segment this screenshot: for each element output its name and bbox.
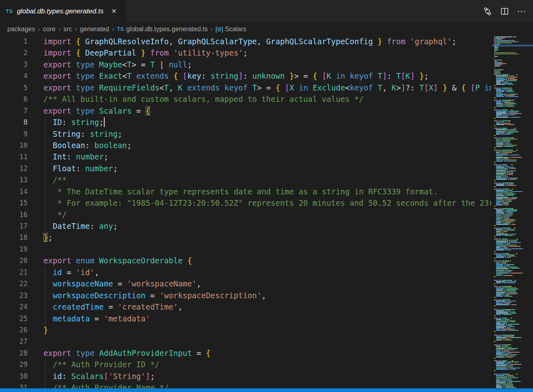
breadcrumb-label: core — [43, 26, 56, 33]
line-number: 26 — [0, 324, 28, 336]
ts-file-icon: TS — [6, 8, 13, 14]
line-number: 30 — [0, 370, 28, 382]
line-number: 13 — [0, 174, 28, 185]
code-line-26[interactable]: 26} — [0, 324, 491, 336]
code-line-22[interactable]: 22 workspaceName = 'workspaceName', — [0, 278, 491, 289]
code-line-30[interactable]: 30 id: Scalars['String']; — [0, 370, 491, 382]
breadcrumb-item-src[interactable]: src — [63, 26, 72, 33]
open-changes-icon[interactable] — [482, 6, 493, 17]
breadcrumb-item-core[interactable]: core — [43, 26, 56, 33]
code-line-7[interactable]: 7export type Scalars = { — [0, 105, 491, 116]
line-number: 11 — [0, 151, 28, 162]
symbol-type-icon: [⊘] — [215, 26, 223, 33]
line-number: 28 — [0, 347, 28, 359]
line-number: 15 — [0, 197, 28, 209]
code-line-17[interactable]: 17 DateTime: any; — [0, 220, 491, 232]
code-line-14[interactable]: 14 * The DateTime scalar type represents… — [0, 186, 491, 197]
line-number: 21 — [0, 267, 28, 278]
line-number: 12 — [0, 163, 28, 174]
breadcrumb-item-global-db-types-generated-ts[interactable]: TSglobal.db.types.generated.ts — [117, 26, 208, 33]
chevron-right-icon: › — [75, 26, 77, 33]
line-number: 3 — [0, 59, 28, 70]
code-line-23[interactable]: 23 workspaceDescription = 'workspaceDesc… — [0, 290, 491, 301]
line-number: 10 — [0, 140, 28, 151]
breadcrumb-label: generated — [80, 26, 109, 33]
code-line-24[interactable]: 24 createdTime = 'createdTime', — [0, 301, 491, 312]
line-number: 18 — [0, 232, 28, 243]
minimap[interactable] — [492, 36, 533, 392]
code-line-11[interactable]: 11 Int: number; — [0, 151, 491, 162]
code-line-9[interactable]: 9 String: string; — [0, 128, 491, 140]
line-number: 23 — [0, 290, 28, 301]
breadcrumb-item-packages[interactable]: packages — [7, 26, 35, 33]
chevron-right-icon: › — [211, 26, 213, 33]
code-line-21[interactable]: 21 id = 'id', — [0, 267, 491, 278]
breadcrumb: packages›core›src›generated›TSglobal.db.… — [0, 22, 533, 36]
code-line-29[interactable]: 29 /** Auth Provider ID */ — [0, 359, 491, 370]
line-number: 8 — [0, 116, 28, 128]
tab-global-db-types-generated-ts[interactable]: TS global.db.types.generated.ts ✕ — [0, 0, 126, 22]
line-number: 20 — [0, 255, 28, 266]
line-number: 5 — [0, 82, 28, 93]
breadcrumb-item-scalars[interactable]: [⊘]Scalars — [215, 26, 246, 33]
editor-area[interactable]: 1import { GraphQLResolveInfo, GraphQLSca… — [0, 36, 491, 392]
split-editor-icon[interactable] — [499, 6, 510, 17]
line-number: 1 — [0, 36, 28, 47]
code-line-5[interactable]: 5export type RequireFields<T, K extends … — [0, 82, 491, 93]
chevron-right-icon: › — [112, 26, 114, 33]
line-number: 29 — [0, 359, 28, 370]
code-line-27[interactable]: 27 — [0, 336, 491, 347]
line-number: 6 — [0, 93, 28, 105]
close-icon[interactable]: ✕ — [110, 6, 118, 16]
line-number: 27 — [0, 336, 28, 347]
code-line-6[interactable]: 6/** All built-in and custom scalars, ma… — [0, 93, 491, 105]
line-number: 17 — [0, 220, 28, 232]
code-line-8[interactable]: 8 ID: string; — [0, 116, 491, 128]
code-line-2[interactable]: 2import { DeepPartial } from 'utility-ty… — [0, 47, 491, 58]
status-bar — [0, 388, 533, 392]
text-cursor — [104, 117, 105, 127]
code-line-20[interactable]: 20export enum WorkspaceOrderable { — [0, 255, 491, 266]
breadcrumb-item-generated[interactable]: generated — [80, 26, 109, 33]
code-line-13[interactable]: 13 /** — [0, 174, 491, 185]
line-number: 24 — [0, 301, 28, 312]
line-number: 4 — [0, 70, 28, 82]
line-number: 2 — [0, 47, 28, 58]
more-actions-icon[interactable]: ⋯ — [516, 6, 527, 17]
chevron-right-icon: › — [58, 26, 60, 33]
line-number: 25 — [0, 313, 28, 324]
code-line-19[interactable]: 19 — [0, 243, 491, 255]
code-line-18[interactable]: 18}; — [0, 232, 491, 243]
code-line-28[interactable]: 28export type AddAuthProviderInput = { — [0, 347, 491, 359]
code-line-4[interactable]: 4export type Exact<T extends { [key: str… — [0, 70, 491, 82]
line-number: 14 — [0, 186, 28, 197]
chevron-right-icon: › — [38, 26, 40, 33]
line-number: 19 — [0, 243, 28, 255]
code-line-15[interactable]: 15 * For example: "1985-04-12T23:20:50.5… — [0, 197, 491, 209]
breadcrumb-label: global.db.types.generated.ts — [126, 26, 208, 33]
editor-actions: ⋯ — [482, 0, 533, 22]
code-line-16[interactable]: 16 */ — [0, 209, 491, 220]
code-line-12[interactable]: 12 Float: number; — [0, 163, 491, 174]
code-line-1[interactable]: 1import { GraphQLResolveInfo, GraphQLSca… — [0, 36, 491, 47]
tab-bar: TS global.db.types.generated.ts ✕ ⋯ — [0, 0, 533, 22]
code-line-3[interactable]: 3export type Maybe<T> = T | null; — [0, 59, 491, 70]
line-number: 16 — [0, 209, 28, 220]
line-number: 9 — [0, 128, 28, 140]
code-line-10[interactable]: 10 Boolean: boolean; — [0, 140, 491, 151]
breadcrumb-label: src — [63, 26, 72, 33]
breadcrumb-label: Scalars — [225, 26, 246, 33]
tab-title: global.db.types.generated.ts — [17, 7, 104, 15]
breadcrumb-label: packages — [7, 26, 35, 33]
code-line-25[interactable]: 25 metadata = 'metadata' — [0, 313, 491, 324]
ts-file-icon: TS — [117, 26, 124, 32]
line-number: 22 — [0, 278, 28, 289]
line-number: 7 — [0, 105, 28, 116]
